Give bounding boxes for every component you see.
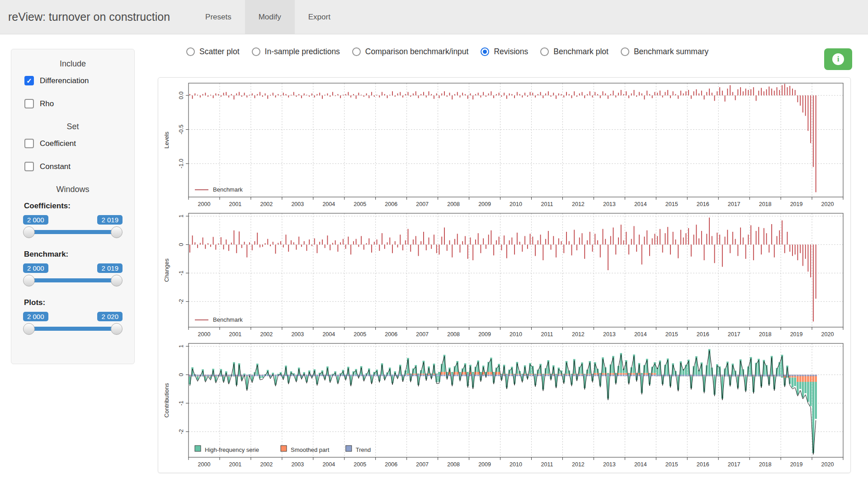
tab-modify[interactable]: Modify — [245, 0, 295, 34]
top-bar: reView: turnover on construction Presets… — [0, 0, 868, 34]
slider-plots: Plots: 2 000 2 020 — [23, 298, 123, 335]
svg-text:2014: 2014 — [634, 331, 647, 338]
svg-text:-2: -2 — [178, 429, 184, 434]
svg-text:2010: 2010 — [509, 461, 522, 468]
contributions-chart: 2000200120022003200420052006200720082009… — [161, 341, 848, 471]
svg-text:2002: 2002 — [260, 331, 273, 338]
svg-text:2017: 2017 — [728, 331, 741, 338]
svg-text:2007: 2007 — [416, 331, 429, 338]
radio-benchmark-plot[interactable]: Benchmark plot — [540, 47, 609, 56]
radio-icon[interactable] — [540, 47, 549, 56]
svg-text:-1.0: -1.0 — [178, 159, 184, 169]
checkbox-label: Rho — [40, 99, 54, 108]
svg-text:2002: 2002 — [260, 461, 273, 468]
svg-text:2012: 2012 — [572, 201, 585, 207]
checkbox-icon[interactable] — [24, 139, 34, 148]
changes-chart: 2000200120022003200420052006200720082009… — [161, 211, 848, 341]
slider-handle-right[interactable] — [111, 275, 123, 286]
slider-handle-left[interactable] — [23, 323, 35, 335]
checkbox-icon[interactable] — [24, 99, 34, 108]
svg-text:2014: 2014 — [634, 201, 647, 207]
slider-track[interactable] — [28, 278, 118, 282]
radio-benchmark-summary[interactable]: Benchmark summary — [621, 47, 708, 56]
radio-scatter-plot[interactable]: Scatter plot — [186, 47, 240, 56]
slider-handle-left[interactable] — [23, 226, 35, 238]
radio-comparison-benchmark-input[interactable]: Comparison benchmark/input — [352, 47, 469, 56]
include-header: Include — [23, 59, 123, 69]
svg-text:Trend: Trend — [356, 446, 371, 453]
radio-icon[interactable] — [252, 47, 260, 56]
svg-text:0.0: 0.0 — [178, 91, 184, 99]
svg-text:2018: 2018 — [759, 331, 772, 338]
radio-icon[interactable] — [186, 47, 195, 56]
svg-text:2015: 2015 — [665, 461, 678, 468]
info-icon: i — [832, 53, 844, 65]
radio-label: Comparison benchmark/input — [365, 47, 469, 56]
slider-from-value: 2 000 — [23, 312, 48, 321]
slider-track[interactable] — [28, 230, 118, 234]
slider-benchmark: Benchmark: 2 000 2 019 — [23, 250, 123, 286]
svg-text:2004: 2004 — [322, 201, 335, 207]
checkbox-constant[interactable]: Constant — [24, 162, 123, 171]
radio-label: Revisions — [494, 47, 528, 56]
checkbox-differenciation[interactable]: Differenciation — [24, 76, 123, 85]
radio-icon[interactable] — [481, 47, 489, 56]
svg-text:2015: 2015 — [665, 201, 678, 207]
sidebar-panel: Include Differenciation Rho Set Coeffici… — [11, 49, 135, 364]
svg-text:2012: 2012 — [572, 461, 585, 468]
windows-header: Windows — [23, 185, 123, 194]
svg-text:2009: 2009 — [478, 331, 491, 338]
svg-text:2011: 2011 — [541, 461, 553, 468]
slider-title: Plots: — [24, 298, 123, 307]
checkbox-label: Constant — [40, 162, 71, 171]
svg-text:2013: 2013 — [603, 331, 616, 338]
svg-text:2004: 2004 — [322, 331, 335, 338]
svg-text:2019: 2019 — [790, 201, 803, 207]
svg-text:2000: 2000 — [198, 331, 211, 338]
svg-text:2001: 2001 — [229, 331, 242, 338]
radio-label: Benchmark summary — [634, 47, 708, 56]
checkbox-coefficient[interactable]: Coefficient — [24, 139, 123, 148]
svg-text:2017: 2017 — [728, 461, 741, 468]
svg-text:2013: 2013 — [603, 461, 616, 468]
slider-handle-right[interactable] — [111, 226, 123, 238]
svg-text:2009: 2009 — [478, 201, 491, 207]
tab-presets[interactable]: Presets — [192, 0, 245, 34]
svg-text:2001: 2001 — [229, 201, 242, 207]
svg-text:2015: 2015 — [665, 331, 678, 338]
checkbox-label: Coefficient — [40, 139, 76, 148]
slider-to-value: 2 019 — [97, 263, 123, 273]
svg-text:2016: 2016 — [697, 331, 709, 338]
radio-in-sample-predictions[interactable]: In-sample predictions — [252, 47, 340, 56]
svg-text:2000: 2000 — [198, 201, 211, 207]
svg-text:0: 0 — [178, 243, 184, 246]
radio-label: Scatter plot — [199, 47, 240, 56]
tab-export[interactable]: Export — [295, 0, 344, 34]
svg-text:High-frequency serie: High-frequency serie — [205, 446, 259, 453]
svg-text:2006: 2006 — [385, 461, 397, 468]
svg-text:Benchmark: Benchmark — [213, 186, 243, 193]
svg-text:2003: 2003 — [291, 461, 304, 468]
svg-text:2007: 2007 — [416, 201, 429, 207]
svg-text:2016: 2016 — [697, 461, 709, 468]
svg-text:0: 0 — [178, 373, 184, 376]
svg-text:2006: 2006 — [385, 331, 397, 338]
slider-handle-right[interactable] — [111, 323, 123, 335]
svg-text:2010: 2010 — [509, 201, 522, 207]
svg-text:2003: 2003 — [291, 201, 304, 207]
revisions-chart-card: 2000200120022003200420052006200720082009… — [158, 77, 851, 473]
svg-text:-1: -1 — [178, 271, 184, 276]
radio-icon[interactable] — [352, 47, 361, 56]
svg-text:1: 1 — [178, 215, 184, 218]
checkbox-icon[interactable] — [24, 162, 34, 171]
svg-text:2018: 2018 — [759, 201, 772, 207]
checkbox-icon[interactable] — [24, 76, 34, 85]
slider-handle-left[interactable] — [23, 275, 35, 286]
info-button[interactable]: i — [824, 48, 852, 70]
svg-text:2001: 2001 — [229, 461, 242, 468]
slider-track[interactable] — [28, 327, 118, 331]
radio-icon[interactable] — [621, 47, 629, 56]
checkbox-rho[interactable]: Rho — [24, 99, 123, 108]
svg-text:2016: 2016 — [697, 201, 709, 207]
radio-revisions[interactable]: Revisions — [481, 47, 528, 56]
